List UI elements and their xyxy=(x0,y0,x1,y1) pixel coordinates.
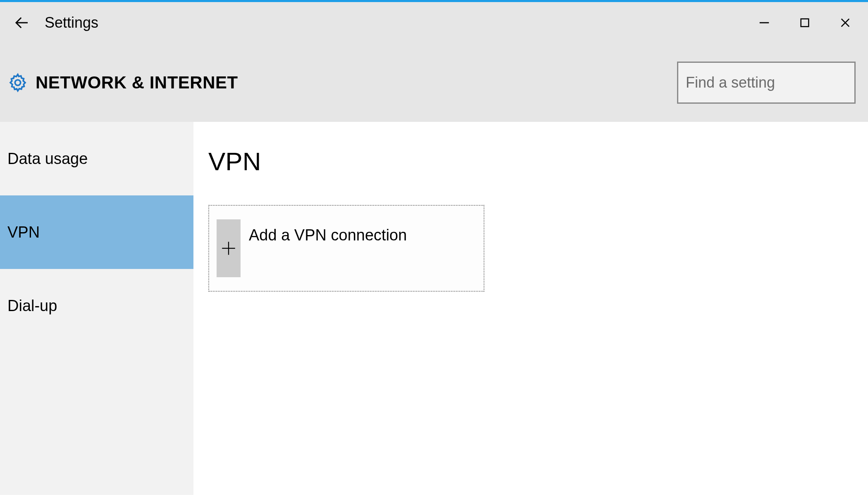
maximize-button[interactable] xyxy=(794,12,815,33)
close-icon xyxy=(839,16,852,29)
sidebar-item-label: VPN xyxy=(7,224,40,241)
minimize-icon xyxy=(758,17,770,29)
window-controls xyxy=(754,12,868,33)
header-bar: NETWORK & INTERNET xyxy=(0,43,868,122)
sidebar: Data usage VPN Dial-up xyxy=(0,122,193,495)
sidebar-item-data-usage[interactable]: Data usage xyxy=(0,122,193,195)
window-title: Settings xyxy=(45,14,98,31)
minimize-button[interactable] xyxy=(754,12,775,33)
page-heading: VPN xyxy=(208,147,868,176)
add-vpn-button[interactable]: Add a VPN connection xyxy=(208,205,484,292)
maximize-icon xyxy=(799,17,811,29)
content-area: Data usage VPN Dial-up VPN Add a VPN con… xyxy=(0,122,868,495)
sidebar-item-vpn[interactable]: VPN xyxy=(0,195,193,269)
category-heading: NETWORK & INTERNET xyxy=(36,73,238,93)
svg-rect-2 xyxy=(801,19,809,27)
main-panel: VPN Add a VPN connection xyxy=(193,122,868,495)
back-button[interactable] xyxy=(12,12,32,33)
sidebar-item-dial-up[interactable]: Dial-up xyxy=(0,269,193,342)
sidebar-item-label: Dial-up xyxy=(7,297,57,315)
search-box[interactable] xyxy=(677,62,856,104)
plus-icon xyxy=(217,219,241,277)
add-vpn-label: Add a VPN connection xyxy=(249,226,407,244)
title-bar: Settings xyxy=(0,2,868,43)
back-arrow-icon xyxy=(13,14,31,31)
gear-icon xyxy=(7,72,28,93)
close-button[interactable] xyxy=(835,12,856,33)
svg-point-5 xyxy=(15,80,20,85)
sidebar-item-label: Data usage xyxy=(7,150,88,168)
search-input[interactable] xyxy=(686,63,868,102)
